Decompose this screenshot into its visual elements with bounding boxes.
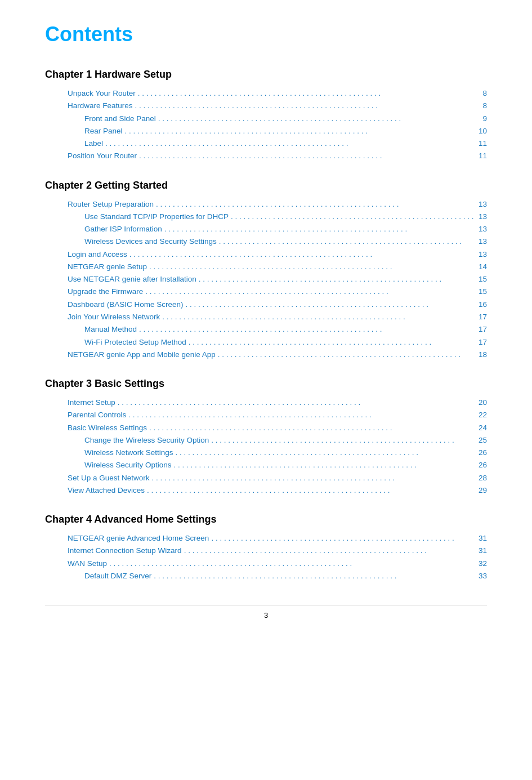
entry-label: Default DMZ Server [84, 570, 151, 582]
entry-dots: . . . . . . . . . . . . . . . . . . . . … [147, 422, 478, 434]
toc-entry[interactable]: Router Setup Preparation. . . . . . . . … [68, 198, 487, 211]
entry-label: Set Up a Guest Network [68, 472, 150, 484]
entry-dots: . . . . . . . . . . . . . . . . . . . . … [182, 545, 478, 557]
toc-entry[interactable]: Use Standard TCP/IP Properties for DHCP.… [84, 211, 487, 223]
entry-page: 11 [478, 150, 487, 162]
toc-entry[interactable]: NETGEAR genie Setup. . . . . . . . . . .… [68, 261, 487, 273]
toc-entry[interactable]: Wireless Security Options. . . . . . . .… [84, 459, 487, 471]
entry-dots: . . . . . . . . . . . . . . . . . . . . … [123, 125, 478, 137]
toc-entry[interactable]: Join Your Wireless Network. . . . . . . … [68, 311, 487, 323]
toc-entry[interactable]: Unpack Your Router. . . . . . . . . . . … [68, 87, 487, 100]
entry-label: Wi-Fi Protected Setup Method [84, 336, 186, 349]
toc-entry[interactable]: Wireless Network Settings. . . . . . . .… [84, 447, 487, 459]
entry-dots: . . . . . . . . . . . . . . . . . . . . … [150, 472, 478, 484]
toc-entry[interactable]: View Attached Devices. . . . . . . . . .… [68, 484, 487, 497]
entry-dots: . . . . . . . . . . . . . . . . . . . . … [184, 298, 478, 311]
chapter2-entries: Router Setup Preparation. . . . . . . . … [68, 198, 487, 361]
toc-entry[interactable]: Basic Wireless Settings. . . . . . . . .… [68, 422, 487, 434]
entry-dots: . . . . . . . . . . . . . . . . . . . . … [156, 113, 478, 125]
toc-entry[interactable]: Set Up a Guest Network. . . . . . . . . … [68, 472, 487, 484]
entry-page: 8 [478, 100, 487, 112]
entry-page: 15 [478, 286, 487, 298]
toc-entry[interactable]: Wireless Devices and Security Settings. … [84, 235, 487, 248]
entry-label: Parental Controls [68, 409, 126, 421]
chapter3-entries: Internet Setup. . . . . . . . . . . . . … [68, 396, 487, 497]
chapter3-title: Chapter 3 Basic Settings [45, 378, 487, 390]
entry-page: 13 [478, 223, 487, 235]
entry-dots: . . . . . . . . . . . . . . . . . . . . … [173, 447, 478, 459]
entry-dots: . . . . . . . . . . . . . . . . . . . . … [196, 273, 478, 286]
entry-page: 25 [478, 434, 487, 447]
entry-label: Wireless Devices and Security Settings [84, 235, 217, 248]
toc-entry[interactable]: Login and Access. . . . . . . . . . . . … [68, 248, 487, 261]
toc-container: Chapter 1 Hardware SetupUnpack Your Rout… [45, 69, 487, 582]
entry-label: Rear Panel [84, 125, 123, 137]
toc-entry[interactable]: Front and Side Panel. . . . . . . . . . … [84, 113, 487, 125]
entry-page: 26 [478, 447, 487, 459]
entry-dots: . . . . . . . . . . . . . . . . . . . . … [137, 323, 478, 336]
entry-label: Wireless Network Settings [84, 447, 173, 459]
toc-entry[interactable]: Upgrade the Firmware. . . . . . . . . . … [68, 286, 487, 298]
entry-page: 13 [478, 198, 487, 211]
toc-entry[interactable]: NETGEAR genie Advanced Home Screen. . . … [68, 532, 487, 545]
toc-entry[interactable]: Dashboard (BASIC Home Screen). . . . . .… [68, 298, 487, 311]
toc-entry[interactable]: Parental Controls. . . . . . . . . . . .… [68, 409, 487, 421]
entry-label: Internet Setup [68, 396, 115, 409]
entry-dots: . . . . . . . . . . . . . . . . . . . . … [229, 211, 478, 223]
entry-dots: . . . . . . . . . . . . . . . . . . . . … [133, 100, 478, 112]
entry-page: 11 [478, 137, 487, 150]
entry-dots: . . . . . . . . . . . . . . . . . . . . … [126, 409, 478, 421]
toc-entry[interactable]: Hardware Features. . . . . . . . . . . .… [68, 100, 487, 112]
entry-page: 28 [478, 472, 487, 484]
entry-dots: . . . . . . . . . . . . . . . . . . . . … [136, 87, 478, 100]
entry-label: Manual Method [84, 323, 137, 336]
entry-label: NETGEAR genie Setup [68, 261, 147, 273]
entry-dots: . . . . . . . . . . . . . . . . . . . . … [103, 137, 478, 150]
chapter2-section: Chapter 2 Getting StartedRouter Setup Pr… [45, 180, 487, 361]
entry-dots: . . . . . . . . . . . . . . . . . . . . … [209, 532, 478, 545]
toc-entry[interactable]: Rear Panel. . . . . . . . . . . . . . . … [84, 125, 487, 137]
entry-page: 10 [478, 125, 487, 137]
entry-dots: . . . . . . . . . . . . . . . . . . . . … [154, 198, 478, 211]
entry-page: 17 [478, 323, 487, 336]
entry-page: 33 [478, 570, 487, 582]
toc-entry[interactable]: Label. . . . . . . . . . . . . . . . . .… [84, 137, 487, 150]
entry-label: Use NETGEAR genie after Installation [68, 273, 196, 286]
chapter1-entries: Unpack Your Router. . . . . . . . . . . … [68, 87, 487, 163]
chapter1-title: Chapter 1 Hardware Setup [45, 69, 487, 81]
toc-entry[interactable]: Internet Setup. . . . . . . . . . . . . … [68, 396, 487, 409]
entry-dots: . . . . . . . . . . . . . . . . . . . . … [186, 336, 478, 349]
toc-entry[interactable]: Internet Connection Setup Wizard. . . . … [68, 545, 487, 557]
page-title: Contents [45, 23, 487, 46]
entry-label: Router Setup Preparation [68, 198, 154, 211]
entry-dots: . . . . . . . . . . . . . . . . . . . . … [216, 349, 478, 361]
entry-label: Position Your Router [68, 150, 137, 162]
toc-entry[interactable]: NETGEAR genie App and Mobile genie App. … [68, 349, 487, 361]
entry-label: Login and Access [68, 248, 127, 261]
entry-dots: . . . . . . . . . . . . . . . . . . . . … [145, 484, 478, 497]
page-number: 3 [45, 611, 487, 619]
entry-page: 22 [478, 409, 487, 421]
toc-entry[interactable]: Wi-Fi Protected Setup Method. . . . . . … [84, 336, 487, 349]
toc-entry[interactable]: Use NETGEAR genie after Installation. . … [68, 273, 487, 286]
entry-page: 24 [478, 422, 487, 434]
entry-page: 9 [478, 113, 487, 125]
entry-label: Dashboard (BASIC Home Screen) [68, 298, 184, 311]
entry-dots: . . . . . . . . . . . . . . . . . . . . … [217, 235, 478, 248]
entry-page: 18 [478, 349, 487, 361]
entry-dots: . . . . . . . . . . . . . . . . . . . . … [115, 396, 478, 409]
toc-entry[interactable]: Manual Method. . . . . . . . . . . . . .… [84, 323, 487, 336]
entry-label: Upgrade the Firmware [68, 286, 143, 298]
entry-dots: . . . . . . . . . . . . . . . . . . . . … [172, 459, 478, 471]
entry-dots: . . . . . . . . . . . . . . . . . . . . … [151, 570, 478, 582]
entry-page: 31 [478, 532, 487, 545]
toc-entry[interactable]: WAN Setup. . . . . . . . . . . . . . . .… [68, 558, 487, 570]
toc-entry[interactable]: Default DMZ Server. . . . . . . . . . . … [84, 570, 487, 582]
entry-label: Internet Connection Setup Wizard [68, 545, 182, 557]
toc-entry[interactable]: Change the Wireless Security Option. . .… [84, 434, 487, 447]
entry-label: Hardware Features [68, 100, 133, 112]
toc-entry[interactable]: Position Your Router. . . . . . . . . . … [68, 150, 487, 162]
toc-entry[interactable]: Gather ISP Information. . . . . . . . . … [84, 223, 487, 235]
chapter4-title: Chapter 4 Advanced Home Settings [45, 514, 487, 525]
entry-page: 26 [478, 459, 487, 471]
